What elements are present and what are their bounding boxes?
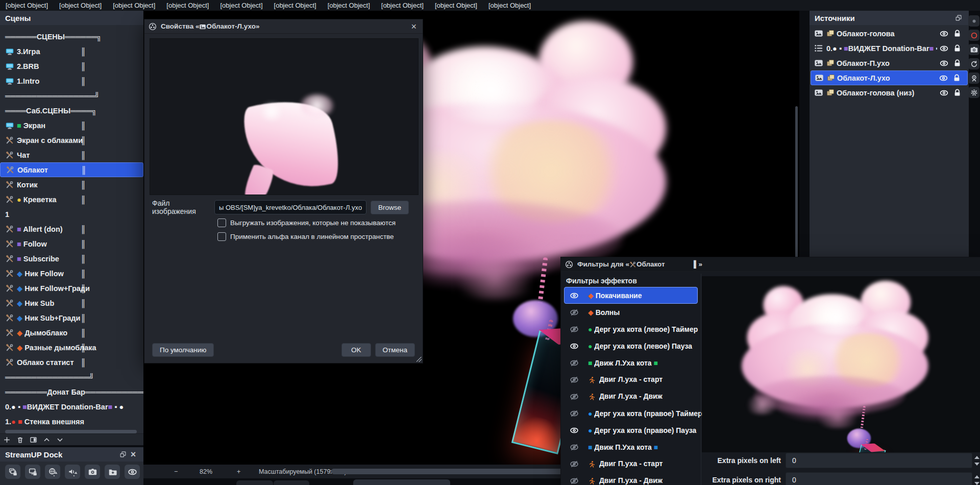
float-dock-icon[interactable] bbox=[953, 13, 964, 23]
source-folder-button[interactable] bbox=[105, 465, 120, 479]
filter-visibility-button[interactable] bbox=[567, 306, 582, 319]
scene-row[interactable]: 0.● ▪ ■ВИДЖЕТ Donation-Bar■ ▪ ● bbox=[0, 399, 143, 414]
filter-row[interactable]: Двиг П.уха - старт bbox=[564, 455, 698, 472]
add-scene-button[interactable] bbox=[0, 434, 13, 445]
menu-item[interactable]: [object Object] bbox=[268, 0, 322, 11]
source-lock-button[interactable] bbox=[950, 73, 963, 83]
spin-up-button[interactable] bbox=[973, 455, 980, 460]
source-row[interactable]: Облакот-голова (низ) bbox=[811, 85, 968, 100]
scene-row[interactable]: ■ Allert (don) ║ bbox=[0, 222, 143, 236]
filter-visibility-button[interactable] bbox=[567, 475, 582, 485]
filter-visibility-button[interactable] bbox=[567, 289, 582, 302]
filter-visibility-button[interactable] bbox=[567, 374, 582, 386]
zoom-in-button[interactable]: + bbox=[237, 465, 240, 478]
filter-row[interactable]: Двиг Л.уха - Движ bbox=[564, 388, 698, 405]
menu-item[interactable]: [object Object] bbox=[0, 0, 54, 11]
float-dock-icon[interactable] bbox=[118, 449, 128, 459]
filter-visibility-button[interactable] bbox=[567, 458, 582, 470]
scene-row[interactable]: 3.Игра ║ bbox=[0, 44, 143, 59]
scene-list-horizontal-scrollbar[interactable] bbox=[5, 430, 137, 433]
filter-visibility-button[interactable] bbox=[567, 424, 582, 436]
scenes-dock-header[interactable]: Сцены bbox=[0, 11, 143, 25]
filter-row[interactable]: ● Дерг уха кота (левое) Таймер bbox=[564, 321, 698, 337]
source-row[interactable]: Облакот-голова bbox=[811, 26, 968, 41]
scene-row[interactable]: 1 bbox=[0, 207, 143, 222]
record-button[interactable] bbox=[968, 30, 979, 41]
move-scene-down-button[interactable] bbox=[53, 434, 66, 445]
defaults-button[interactable]: По умолчанию bbox=[152, 343, 214, 357]
lock-all-sources-button[interactable] bbox=[5, 465, 20, 479]
scene-row[interactable]: ◆ Ник Follow ║ bbox=[0, 266, 143, 281]
zoom-out-button[interactable]: − bbox=[174, 465, 178, 478]
filter-row[interactable]: Двиг Л.уха - старт bbox=[564, 371, 698, 388]
show-hide-source-button[interactable] bbox=[125, 465, 140, 479]
remove-scene-button[interactable] bbox=[13, 434, 27, 445]
filter-visibility-button[interactable] bbox=[567, 441, 582, 453]
scene-row[interactable]: ◆ Ник Sub ║ bbox=[0, 296, 143, 310]
screenshot-button[interactable] bbox=[85, 465, 100, 479]
scene-row[interactable]: Чат ║ bbox=[0, 148, 143, 162]
scene-row[interactable]: ◆ Дымоблако ║ bbox=[0, 325, 143, 340]
filters-dialog-titlebar[interactable]: Фильтры для «Облакот ▌» bbox=[561, 257, 980, 272]
source-row[interactable]: 0.● ▪ ■ВИДЖЕТ Donation-Bar■ ▪ bbox=[811, 41, 968, 56]
unload-image-checkbox[interactable] bbox=[217, 219, 226, 227]
menu-item[interactable]: [object Object] bbox=[214, 0, 268, 11]
source-lock-button[interactable] bbox=[950, 88, 964, 98]
scene-row[interactable]: 1.Intro ║ bbox=[0, 74, 143, 88]
spin-down-button[interactable] bbox=[973, 462, 980, 467]
sources-dock-header[interactable]: Источники bbox=[810, 11, 969, 25]
resize-grip[interactable] bbox=[416, 357, 422, 362]
scene-row[interactable]: 1.● ■ Стенка внешняя bbox=[0, 414, 143, 429]
source-lock-button[interactable] bbox=[950, 58, 964, 68]
scene-row[interactable]: 2.BRB ║ bbox=[0, 59, 143, 74]
menu-item[interactable]: [object Object] bbox=[322, 0, 376, 11]
filter-row[interactable]: ● Дерг уха кота (правое) Пауза bbox=[564, 422, 698, 439]
ok-button[interactable]: OK bbox=[341, 343, 371, 357]
menu-item[interactable]: [object Object] bbox=[161, 0, 214, 11]
settings-button[interactable] bbox=[968, 87, 979, 98]
scene-row[interactable]: Котик ║ bbox=[0, 177, 143, 192]
scene-row[interactable]: ════════Донат Бар═════════════╗ bbox=[0, 384, 143, 399]
source-visibility-button[interactable] bbox=[937, 73, 950, 83]
filter-row[interactable]: ◆ Покачивание bbox=[564, 287, 698, 304]
scene-row[interactable]: Экран с облаками ║ bbox=[0, 133, 143, 148]
extra-pixels-right-input[interactable] bbox=[786, 472, 972, 485]
scene-row[interactable]: ════════════════╝ bbox=[0, 370, 143, 384]
properties-dialog-titlebar[interactable]: Свойства «Облакот-Л.ухо» × bbox=[144, 19, 423, 34]
close-dock-button[interactable]: × bbox=[128, 449, 138, 459]
filter-visibility-button[interactable] bbox=[567, 391, 582, 403]
menu-item[interactable]: [object Object] bbox=[54, 0, 107, 11]
source-visibility-button[interactable] bbox=[937, 58, 950, 68]
source-lock-button[interactable] bbox=[950, 43, 964, 54]
scene-filters-button[interactable] bbox=[27, 434, 40, 445]
source-lock-button[interactable] bbox=[950, 29, 964, 39]
close-dialog-button[interactable]: × bbox=[409, 22, 419, 31]
refresh-audio-monitoring-button[interactable] bbox=[65, 465, 80, 479]
filter-row[interactable]: ◆ Волны bbox=[564, 304, 698, 321]
scene-row[interactable]: ◆ Ник Sub+Гради ║ bbox=[0, 310, 143, 325]
filter-row[interactable]: Двиг П.уха - Движ bbox=[564, 472, 698, 485]
filter-row[interactable]: ■ Движ П.Уха кота ■ bbox=[564, 439, 698, 455]
source-row[interactable]: Облакот-П.ухо bbox=[811, 56, 968, 70]
scene-row[interactable]: ══════СЦЕНЫ══════╗ bbox=[0, 29, 143, 44]
move-scene-up-button[interactable] bbox=[40, 434, 53, 445]
replay-buffer-button[interactable] bbox=[968, 58, 979, 69]
source-row[interactable]: Облакот-Л.ухо bbox=[811, 70, 968, 85]
scene-row[interactable]: ═════════════════╝ bbox=[0, 88, 143, 103]
spin-down-button[interactable] bbox=[973, 481, 980, 485]
streamup-dock-header[interactable]: StreamUP Dock × bbox=[0, 447, 143, 462]
filter-visibility-button[interactable] bbox=[567, 340, 582, 352]
menu-item[interactable]: [object Object] bbox=[483, 0, 536, 11]
browse-button[interactable]: Browse bbox=[371, 201, 409, 214]
spin-up-button[interactable] bbox=[973, 474, 980, 479]
menu-item[interactable]: [object Object] bbox=[107, 0, 161, 11]
scene-row[interactable]: ■ Subscribe ║ bbox=[0, 251, 143, 266]
scene-row[interactable]: ════Саб.СЦЕНЫ════╗ bbox=[0, 103, 143, 118]
filter-row[interactable]: ● Дерг уха кота (правое) Таймер bbox=[564, 405, 698, 422]
scene-row[interactable]: ■ Follow ║ bbox=[0, 236, 143, 251]
image-file-input[interactable] bbox=[214, 200, 366, 214]
filter-visibility-button[interactable] bbox=[567, 323, 582, 335]
screenshot-button[interactable] bbox=[968, 44, 979, 55]
filter-visibility-button[interactable] bbox=[567, 357, 582, 369]
extra-pixels-left-input[interactable] bbox=[786, 453, 972, 468]
